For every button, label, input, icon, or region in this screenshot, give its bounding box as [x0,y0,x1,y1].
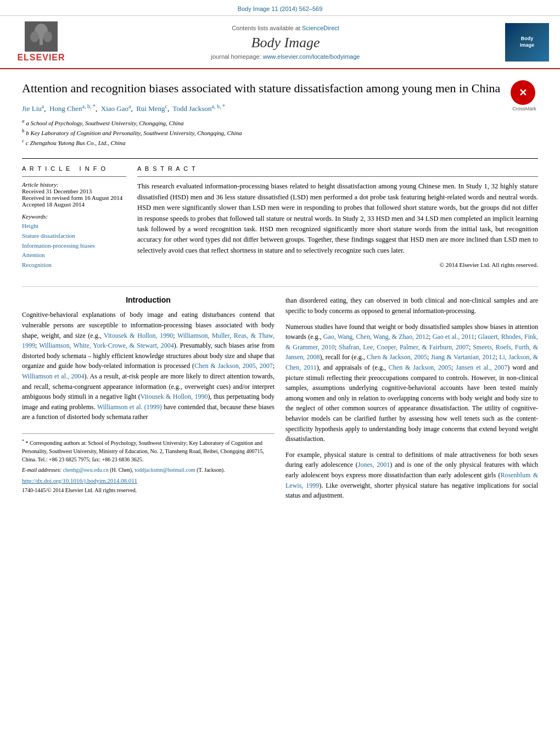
keyword-info-processing[interactable]: Information-processing biases [22,241,126,251]
author-jie-liu[interactable]: Jie Liu [22,104,42,113]
crossmark-badge: ✕ CrossMark [511,80,538,111]
email2-link[interactable]: toddjacksmn@hotmail.com [135,467,195,473]
elsevier-logo: ELSEVIER [11,21,71,63]
article-history-group: Article history: Received 31 December 20… [22,181,126,208]
article-title: Attention and recognition biases associa… [22,80,505,97]
history-label: Article history: [22,181,126,188]
header-center: Contents lists available at ScienceDirec… [71,25,500,60]
ref-gao-2012[interactable]: Gao, Wang, Chen, Wang, & Zhao, 2012 [323,333,429,341]
crossmark-icon: ✕ [511,80,535,105]
ref-chen-jackson-2005-2007[interactable]: Chen & Jackson, 2005, 2007 [194,362,273,370]
revised-date: Received in revised form 16 August 2014 [22,194,126,201]
authors-line: Jie Liua, Hong Chena, b, *, Xiao Gaoa, R… [22,103,505,113]
article-info-column: A R T I C L E I N F O Article history: R… [22,165,126,275]
doi-line: http://dx.doi.org/10.1016/j.bodyim.2014.… [22,476,275,486]
sciencedirect-line: Contents lists available at ScienceDirec… [71,25,500,31]
top-header: ELSEVIER Contents lists available at Sci… [0,16,560,69]
main-col-left: Introduction Cognitive-behavioral explan… [22,295,275,506]
author-hong-chen[interactable]: Hong Chen [49,104,82,113]
ref-jiang-2012[interactable]: Jiang & Vartanian, 2012 [431,353,496,361]
received-date: Received 31 December 2013 [22,188,126,194]
intro-paragraph-4: For example, physical stature is central… [285,450,538,501]
keyword-height[interactable]: Height [22,221,126,231]
ref-gao-2011[interactable]: Gao et al., 2011 [433,333,474,341]
footer-notes: * * Corresponding authors at: School of … [22,433,275,495]
svg-point-3 [30,31,39,42]
journal-logo-box: BodyImage [500,23,549,62]
completed-word: completed [454,215,483,222]
intro-paragraph-3: Numerous studies have found that weight … [285,322,538,444]
keyword-stature[interactable]: Stature dissatisfaction [22,231,126,241]
corresponding-note: * * Corresponding authors at: School of … [22,438,275,464]
svg-point-4 [43,31,52,42]
homepage-link[interactable]: www.elsevier.com/locate/bodyimage [263,53,360,60]
introduction-title: Introduction [22,295,275,304]
issn-line: 1740-1445/© 2014 Elsevier Ltd. All right… [22,486,275,495]
article-content: Attention and recognition biases associa… [0,69,560,517]
abstract-column: A B S T R A C T This research evaluated … [137,165,538,275]
affiliation-b: b b Key Laboratory of Cognition and Pers… [22,127,505,137]
ref-williamson-2004[interactable]: Williamson, White, York-Crowe, & Stewart… [39,342,174,349]
email-addresses: E-mail addresses: chenhg@swu.edu.cn (H. … [22,466,275,474]
email1-link[interactable]: chenhg@swu.edu.cn [63,467,109,473]
keywords-label: Keywords: [22,213,126,220]
ref-jansen-2007[interactable]: Jansen et al., 2007 [456,364,507,371]
abstract-divider [137,176,538,177]
journal-title-header: Body Image [71,35,500,51]
ref-shafran-2007[interactable]: Shafran, Lee, Cooper, Palmer, & Fairburn… [339,343,469,351]
ref-rosenblum-1999[interactable]: Rosenblum & Lewis, 1999 [285,471,538,489]
ref-williamson-1999-b[interactable]: Williamson et al. (1999) [97,403,162,411]
keywords-group: Keywords: Height Stature dissatisfaction… [22,213,126,270]
article-title-text: Attention and recognition biases associa… [22,80,505,150]
ref-jones-2001[interactable]: Jones, 2001 [358,461,390,468]
journal-logo-image: BodyImage [505,23,549,62]
ref-williamson-et-al-2004[interactable]: Williamson et al., 2004 [22,372,85,380]
article-body-columns: A R T I C L E I N F O Article history: R… [22,158,538,275]
journal-citation: Body Image 11 (2014) 562–569 [238,5,323,12]
keyword-attention[interactable]: Attention [22,250,126,260]
abstract-header: A B S T R A C T [137,165,538,172]
intro-paragraph-1: Cognitive-behavioral explanations of bod… [22,310,275,422]
author-todd-jackson[interactable]: Todd Jackson [172,104,211,113]
article-info-header: A R T I C L E I N F O [22,165,126,172]
affiliation-c: c c Zhengzhou Yutong Bus Co., Ltd., Chin… [22,137,505,147]
doi-link[interactable]: http://dx.doi.org/10.1016/j.bodyim.2014.… [22,477,137,484]
intro-paragraph-2: than disordered eating, they can observe… [285,295,538,316]
author-rui-meng[interactable]: Rui Meng [136,104,165,113]
journal-homepage-line: journal homepage: www.elsevier.com/locat… [71,53,500,60]
ref-chen-jackson-2005[interactable]: Chen & Jackson, 2005 [367,353,427,361]
elsevier-wordmark: ELSEVIER [17,53,65,63]
accepted-date: Accepted 18 August 2014 [22,201,126,208]
article-title-section: Attention and recognition biases associa… [22,80,538,150]
sciencedirect-label: Contents lists available at [232,25,302,31]
keyword-recognition[interactable]: Recognition [22,260,126,270]
ref-chen-jackson-2005b[interactable]: Chen & Jackson, 2005 [389,364,451,371]
copyright-line: © 2014 Elsevier Ltd. All rights reserved… [137,261,538,268]
article-info-divider [22,176,126,177]
svg-rect-2 [40,38,43,45]
journal-citation-bar: Body Image 11 (2014) 562–569 [0,0,560,16]
abstract-text: This research evaluated information-proc… [137,181,538,256]
author-xiao-gao[interactable]: Xiao Gao [101,104,128,113]
sciencedirect-link[interactable]: ScienceDirect [302,25,339,31]
main-col-right: than disordered eating, they can observe… [285,295,538,506]
main-body-section: Introduction Cognitive-behavioral explan… [22,286,538,506]
ref-vitousek-1990[interactable]: Vitousek & Hollon, 1990 [104,332,173,339]
elsevier-tree-icon [25,21,58,52]
ref-vitousek-hollon-1990[interactable]: Vitousek & Hollon, 1990 [141,393,208,400]
affiliations: a a School of Psychology, Southwest Univ… [22,118,505,147]
affiliation-a: a a School of Psychology, Southwest Univ… [22,118,505,127]
